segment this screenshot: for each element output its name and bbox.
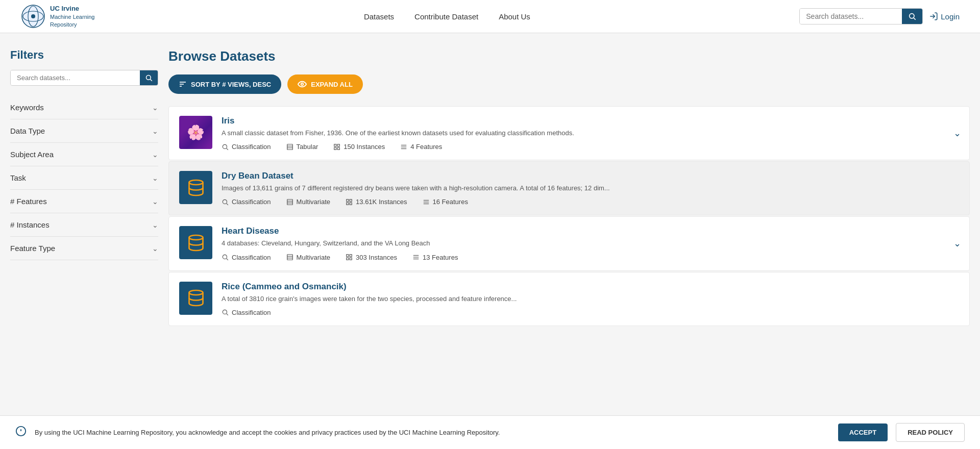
tabular-icon: [286, 254, 293, 261]
filter-keywords[interactable]: Keywords ⌄: [10, 96, 158, 119]
dataset-info-dry-bean: Dry Bean Dataset Images of 13,611 grains…: [222, 171, 959, 206]
login-icon: [929, 12, 938, 21]
chevron-down-icon: ⌄: [152, 244, 158, 253]
instances-icon: [346, 254, 353, 261]
dataset-name-dry-bean[interactable]: Dry Bean Dataset: [222, 171, 959, 181]
filter-data-type[interactable]: Data Type ⌄: [10, 119, 158, 143]
nav: Datasets Contribute Dataset About Us: [364, 12, 530, 21]
chevron-down-icon: ⌄: [152, 104, 158, 112]
svg-rect-32: [350, 199, 352, 202]
chevron-down-icon: ⌄: [152, 151, 158, 159]
header-search-button[interactable]: [902, 9, 922, 24]
dataset-thumbnail-heart-disease: [179, 226, 212, 259]
svg-rect-45: [350, 255, 352, 257]
dataset-card-rice: Rice (Cammeo and Osmancik) A total of 38…: [168, 272, 970, 326]
chevron-down-icon: ⌄: [152, 197, 158, 206]
svg-point-4: [910, 14, 914, 18]
svg-point-25: [189, 180, 203, 185]
sidebar-title: Filters: [10, 48, 158, 62]
svg-point-3: [31, 14, 35, 18]
filter-instances[interactable]: # Instances ⌄: [10, 213, 158, 237]
dataset-thumbnail-dry-bean: [179, 171, 212, 204]
logo-area[interactable]: UC Irvine Machine Learning Repository: [20, 4, 94, 29]
header: UC Irvine Machine Learning Repository Da…: [0, 0, 980, 33]
svg-point-13: [223, 144, 227, 148]
toolbar: SORT BY # VIEWS, DESC EXPAND ALL: [168, 74, 970, 94]
expand-arrow-iris[interactable]: ⌄: [953, 128, 961, 139]
dataset-meta-heart-disease: Classification Multivariate: [222, 254, 959, 261]
logo-text: UC Irvine Machine Learning Repository: [50, 4, 94, 29]
svg-line-8: [150, 79, 152, 81]
instances-icon: [346, 198, 353, 206]
dataset-desc-rice: A total of 3810 rice grain's images were…: [222, 294, 959, 304]
features-icon: [423, 198, 430, 206]
meta-task-heart-disease: Classification: [222, 254, 271, 261]
sort-icon: [179, 80, 187, 88]
sort-button[interactable]: SORT BY # VIEWS, DESC: [168, 74, 281, 94]
dataset-info-rice: Rice (Cammeo and Osmancik) A total of 38…: [222, 282, 959, 316]
svg-rect-34: [350, 203, 352, 205]
sidebar: Filters Keywords ⌄ Data Type ⌄ Subject A…: [10, 48, 158, 326]
meta-features-heart-disease: 13 Features: [412, 254, 458, 261]
dataset-card-iris: Iris A small classic dataset from Fisher…: [168, 106, 970, 160]
header-search-container: [799, 8, 923, 24]
meta-task-dry-bean: Classification: [222, 198, 271, 206]
filter-list: Keywords ⌄ Data Type ⌄ Subject Area ⌄ Ta…: [10, 96, 158, 260]
svg-rect-44: [347, 255, 349, 257]
expand-button[interactable]: EXPAND ALL: [287, 74, 363, 94]
svg-rect-31: [347, 199, 349, 202]
tabular-icon: [286, 143, 293, 151]
nav-about[interactable]: About Us: [499, 12, 530, 21]
features-icon: [400, 143, 407, 151]
svg-point-26: [223, 199, 227, 204]
svg-rect-41: [287, 255, 292, 260]
search-icon: [908, 12, 916, 20]
sidebar-search-container: [10, 70, 158, 86]
meta-type-heart-disease: Multivariate: [286, 254, 330, 261]
dataset-card-heart-disease: Heart Disease 4 databases: Cleveland, Hu…: [168, 216, 970, 270]
sidebar-search-input[interactable]: [11, 70, 140, 85]
dataset-desc-iris: A small classic dataset from Fisher, 193…: [222, 129, 959, 138]
svg-line-53: [227, 314, 228, 315]
database-icon: [187, 179, 205, 197]
dataset-info-heart-disease: Heart Disease 4 databases: Cleveland, Hu…: [222, 226, 959, 261]
eye-icon: [298, 80, 307, 89]
login-button[interactable]: Login: [929, 12, 960, 21]
svg-point-38: [189, 235, 203, 240]
page-title: Browse Datasets: [168, 48, 970, 64]
task-icon: [222, 143, 229, 151]
instances-icon: [333, 143, 340, 151]
sidebar-search-button[interactable]: [140, 70, 158, 85]
dataset-name-iris[interactable]: Iris: [222, 116, 959, 126]
dataset-name-heart-disease[interactable]: Heart Disease: [222, 226, 959, 236]
dataset-info-iris: Iris A small classic dataset from Fisher…: [222, 116, 959, 151]
svg-point-12: [301, 83, 304, 86]
svg-line-5: [914, 18, 916, 20]
svg-rect-15: [287, 144, 292, 149]
expand-arrow-heart-disease[interactable]: ⌄: [953, 238, 961, 249]
chevron-down-icon: ⌄: [152, 174, 158, 182]
header-search-input[interactable]: [800, 9, 902, 24]
svg-point-52: [223, 310, 227, 314]
meta-instances-heart-disease: 303 Instances: [346, 254, 397, 261]
dataset-card-dry-bean: Dry Bean Dataset Images of 13,611 grains…: [168, 161, 970, 215]
meta-type-iris: Tabular: [286, 143, 318, 151]
meta-task-rice: Classification: [222, 309, 271, 316]
header-right: Login: [799, 8, 960, 24]
main-container: Filters Keywords ⌄ Data Type ⌄ Subject A…: [0, 33, 980, 341]
content-area: Browse Datasets SORT BY # VIEWS, DESC EX…: [168, 48, 970, 326]
nav-contribute[interactable]: Contribute Dataset: [414, 12, 478, 21]
svg-line-40: [227, 259, 228, 260]
filter-subject-area[interactable]: Subject Area ⌄: [10, 143, 158, 166]
nav-datasets[interactable]: Datasets: [364, 12, 394, 21]
tabular-icon: [286, 198, 293, 206]
chevron-down-icon: ⌄: [152, 127, 158, 135]
filter-feature-type[interactable]: Feature Type ⌄: [10, 237, 158, 260]
svg-point-39: [223, 255, 227, 259]
filter-task[interactable]: Task ⌄: [10, 166, 158, 190]
svg-rect-47: [350, 258, 352, 260]
dataset-name-rice[interactable]: Rice (Cammeo and Osmancik): [222, 282, 959, 292]
features-icon: [412, 254, 420, 261]
task-icon: [222, 198, 229, 206]
filter-features[interactable]: # Features ⌄: [10, 190, 158, 213]
